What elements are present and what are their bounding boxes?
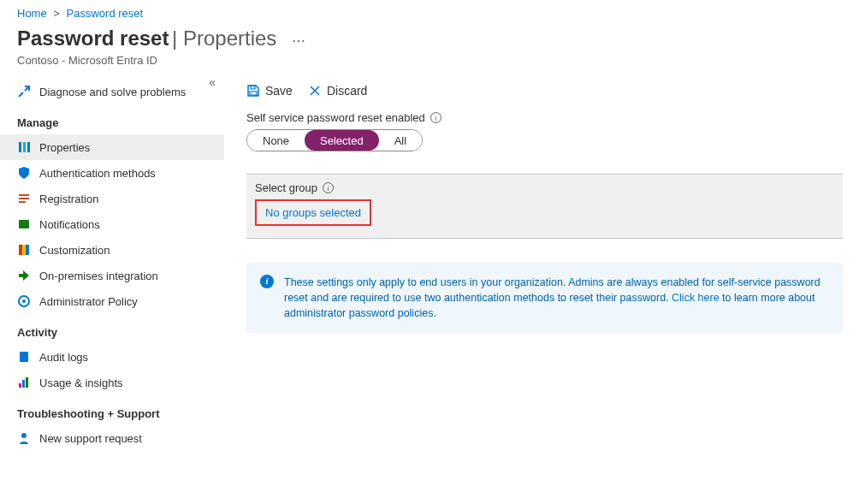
tenant-subtitle: Contoso - Microsoft Entra ID [17,54,836,67]
notifications-icon [17,217,31,231]
sidebar-item-onprem[interactable]: On-premises integration [0,263,224,288]
breadcrumb-current[interactable]: Password reset [67,7,144,20]
sidebar-item-label: Administrator Policy [39,295,138,308]
save-button[interactable]: Save [246,84,293,98]
sidebar-item-notifications[interactable]: Notifications [0,211,224,237]
sidebar-item-label: On-premises integration [39,270,158,282]
sidebar-item-label: Customization [39,244,110,257]
svg-rect-4 [19,245,22,255]
page-subtitle-section: | Properties [172,27,276,50]
sspr-option-none[interactable]: None [247,130,305,151]
toolbar: Save Discard [246,75,843,108]
sspr-option-all[interactable]: All [379,130,422,151]
sidebar-item-audit-logs[interactable]: Audit logs [0,344,224,370]
select-group-label: Select group i [255,181,832,194]
sidebar-section-troubleshooting: Troubleshooting + Support [0,395,224,425]
info-banner-text: These settings only apply to end users i… [284,275,829,321]
diagnose-icon [17,85,31,98]
sidebar-item-diagnose[interactable]: Diagnose and solve problems [0,79,224,104]
audit-logs-icon [17,350,31,364]
sidebar-item-label: Notifications [39,218,100,231]
sidebar-item-auth-methods[interactable]: Authentication methods [0,160,224,186]
collapse-sidebar-button[interactable]: « [209,75,216,89]
svg-rect-1 [23,142,26,152]
sidebar-item-label: Registration [39,193,98,205]
sidebar: « Diagnose and solve problems Manage Pro… [0,75,224,451]
usage-insights-icon [17,376,31,389]
svg-rect-12 [26,377,28,388]
sidebar-item-customization[interactable]: Customization [0,237,224,263]
svg-point-13 [21,433,27,438]
page-header: Password reset | Properties ⋯ Contoso - … [0,23,853,75]
sidebar-item-new-support[interactable]: New support request [0,425,224,451]
sidebar-item-label: Audit logs [39,351,88,364]
save-button-label: Save [265,84,293,98]
sidebar-item-usage-insights[interactable]: Usage & insights [0,370,224,395]
main-content: Save Discard Self service password reset… [224,75,853,451]
customization-icon [17,243,31,257]
sspr-option-selected[interactable]: Selected [305,130,379,151]
page-title: Password reset [17,27,169,50]
sspr-enabled-toggle: None Selected All [246,129,423,151]
sidebar-section-manage: Manage [0,104,224,134]
svg-rect-3 [19,220,29,228]
no-groups-selected-link[interactable]: No groups selected [255,199,371,226]
sidebar-item-admin-policy[interactable]: Administrator Policy [0,288,224,314]
info-icon[interactable]: i [430,112,441,123]
more-actions-button[interactable]: ⋯ [292,33,306,48]
discard-button-label: Discard [327,84,367,98]
svg-rect-6 [26,245,29,255]
sidebar-section-activity: Activity [0,314,224,344]
svg-rect-10 [19,383,21,388]
svg-rect-14 [251,86,255,89]
discard-icon [308,84,322,98]
sidebar-item-label: Usage & insights [39,377,123,389]
onprem-icon [17,269,31,282]
sidebar-item-label: Diagnose and solve problems [39,86,186,98]
sidebar-item-label: New support request [39,432,142,445]
svg-rect-2 [27,142,30,152]
svg-rect-5 [22,245,26,255]
info-icon[interactable]: i [323,182,334,193]
support-icon [17,431,31,445]
chevron-right-icon: > [53,7,60,20]
shield-icon [17,166,31,180]
sidebar-item-registration[interactable]: Registration [0,186,224,211]
svg-point-8 [22,299,26,303]
svg-rect-0 [19,142,21,152]
discard-button[interactable]: Discard [308,84,367,98]
admin-policy-icon [17,294,31,308]
select-group-section: Select group i No groups selected [246,174,843,239]
svg-rect-15 [250,92,257,95]
properties-icon [17,140,31,154]
sidebar-item-label: Properties [39,141,90,154]
sspr-enabled-label: Self service password reset enabled i [246,111,843,124]
learn-more-link[interactable]: Click here [672,292,720,304]
breadcrumb: Home > Password reset [0,0,853,23]
registration-icon [17,192,31,205]
info-banner: i These settings only apply to end users… [246,263,843,333]
svg-rect-11 [22,380,25,388]
sidebar-item-label: Authentication methods [39,167,156,180]
info-icon: i [260,275,274,288]
svg-rect-9 [20,352,28,362]
breadcrumb-home[interactable]: Home [17,7,47,20]
save-icon [246,84,260,98]
sidebar-item-properties[interactable]: Properties [0,134,224,160]
